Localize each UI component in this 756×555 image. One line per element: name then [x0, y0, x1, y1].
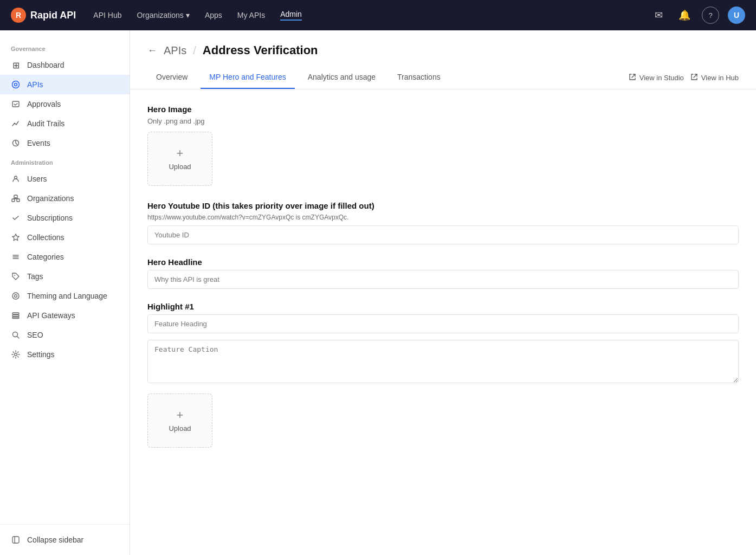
seo-icon: [11, 330, 21, 340]
hero-headline-label: Hero Headline: [147, 257, 739, 267]
page-layout: Governance ⊞ Dashboard APIs Approvals Au…: [0, 30, 756, 555]
sidebar-item-events[interactable]: Events: [0, 133, 130, 153]
youtube-id-input[interactable]: [147, 225, 739, 244]
sidebar-item-label: Tags: [27, 272, 43, 281]
hero-image-hint: Only .png and .jpg: [147, 117, 739, 125]
hero-youtube-hint: https://www.youtube.com/watch?v=cmZYGAvp…: [147, 214, 739, 221]
feature-heading-input[interactable]: [147, 314, 739, 333]
svg-point-11: [14, 275, 15, 276]
page-header: ← APIs / Address Verification: [130, 30, 756, 57]
svg-point-12: [12, 293, 19, 299]
breadcrumb-apis[interactable]: APIs: [164, 44, 186, 57]
sidebar-item-collections[interactable]: Collections: [0, 228, 130, 247]
svg-rect-14: [12, 313, 19, 314]
upload-plus-icon: +: [177, 147, 184, 159]
view-studio-label: View in Studio: [639, 74, 684, 82]
hero-headline-input[interactable]: [147, 270, 739, 289]
tags-icon: [11, 272, 21, 281]
svg-rect-5: [14, 195, 17, 198]
hero-youtube-label: Hero Youtube ID (this takes priority ove…: [147, 201, 739, 210]
sidebar-item-audit-trails[interactable]: Audit Trails: [0, 114, 130, 133]
sidebar-item-subscriptions[interactable]: Subscriptions: [0, 208, 130, 228]
nav-admin[interactable]: Admin: [280, 10, 302, 21]
svg-point-19: [15, 353, 17, 356]
collapse-icon: [11, 535, 21, 545]
chevron-down-icon: ▾: [186, 11, 190, 20]
nav-right-actions: ✉ 🔔 ? U: [650, 7, 745, 24]
nav-my-apis[interactable]: My APIs: [237, 11, 265, 20]
svg-point-13: [15, 295, 17, 298]
svg-line-18: [17, 337, 20, 339]
sidebar-item-label: Theming and Language: [27, 292, 107, 300]
sidebar-item-theming[interactable]: Theming and Language: [0, 286, 130, 306]
tab-overview[interactable]: Overview: [147, 66, 196, 89]
avatar[interactable]: U: [728, 7, 745, 24]
main-content: ← APIs / Address Verification Overview M…: [130, 30, 756, 555]
administration-section-label: Administration: [0, 153, 130, 169]
sidebar-item-settings[interactable]: Settings: [0, 345, 130, 364]
users-icon: [11, 174, 21, 184]
nav-api-hub[interactable]: API Hub: [93, 11, 121, 20]
governance-section-label: Governance: [0, 39, 130, 55]
feature-caption-input[interactable]: [147, 340, 739, 383]
sidebar-item-label: Users: [27, 175, 47, 183]
back-button[interactable]: ←: [147, 45, 157, 56]
api-gateways-icon: [11, 311, 21, 320]
theming-icon: [11, 291, 21, 301]
svg-line-23: [694, 74, 697, 78]
sidebar-item-users[interactable]: Users: [0, 169, 130, 189]
external-link-icon2: [690, 73, 698, 82]
sidebar-item-approvals[interactable]: Approvals: [0, 94, 130, 114]
upload-label: Upload: [169, 163, 191, 171]
view-hub-button[interactable]: View in Hub: [690, 73, 739, 82]
tab-transactions[interactable]: Transactions: [389, 66, 449, 89]
hero-headline-section: Hero Headline: [147, 257, 739, 289]
sidebar-item-apis[interactable]: APIs: [0, 75, 130, 94]
view-studio-button[interactable]: View in Studio: [629, 73, 684, 82]
page-title: Address Verification: [203, 43, 318, 57]
sidebar-item-label: Categories: [27, 253, 64, 261]
sidebar-item-label: Settings: [27, 350, 55, 359]
sidebar-item-dashboard[interactable]: ⊞ Dashboard: [0, 55, 130, 75]
hero-image-upload-button[interactable]: + Upload: [147, 132, 212, 186]
logo[interactable]: R Rapid API: [11, 8, 76, 23]
sidebar-item-api-gateways[interactable]: API Gateways: [0, 306, 130, 325]
view-hub-label: View in Hub: [701, 74, 739, 82]
svg-line-22: [632, 74, 635, 78]
tab-analytics[interactable]: Analytics and usage: [299, 66, 384, 89]
svg-point-4: [15, 176, 17, 179]
hero-image-label: Hero Image: [147, 105, 739, 114]
sidebar-item-label: API Gateways: [27, 311, 75, 320]
help-icon[interactable]: ?: [702, 7, 719, 24]
nav-apps[interactable]: Apps: [205, 11, 222, 20]
sidebar-item-label: Dashboard: [27, 61, 64, 69]
svg-rect-2: [12, 101, 19, 107]
subscriptions-icon: [11, 213, 21, 223]
sidebar-item-seo[interactable]: SEO: [0, 325, 130, 345]
top-navigation: R Rapid API API Hub Organizations ▾ Apps…: [0, 0, 756, 30]
highlight1-upload-label: Upload: [169, 424, 191, 433]
tab-mp-hero[interactable]: MP Hero and Features: [201, 66, 294, 89]
highlight1-upload-button[interactable]: + Upload: [147, 393, 212, 448]
highlight1-section: Highlight #1 + Upload: [147, 302, 739, 448]
external-link-icon: [629, 73, 636, 82]
sidebar-item-tags[interactable]: Tags: [0, 267, 130, 286]
collapse-sidebar-button[interactable]: Collapse sidebar: [0, 530, 130, 550]
sidebar-item-organizations[interactable]: Organizations: [0, 189, 130, 208]
categories-icon: [11, 252, 21, 262]
hero-image-section: Hero Image Only .png and .jpg + Upload: [147, 105, 739, 186]
sidebar-item-label: Subscriptions: [27, 214, 73, 222]
sidebar-item-label: Approvals: [27, 100, 61, 108]
highlight1-label: Highlight #1: [147, 302, 739, 311]
svg-rect-6: [12, 199, 15, 202]
svg-rect-16: [12, 317, 19, 319]
settings-icon: [11, 350, 21, 359]
sidebar-item-label: Events: [27, 139, 50, 147]
content-area: Hero Image Only .png and .jpg + Upload H…: [130, 89, 756, 478]
sidebar-item-categories[interactable]: Categories: [0, 247, 130, 267]
organizations-icon: [11, 193, 21, 203]
bell-icon[interactable]: 🔔: [676, 7, 693, 24]
nav-organizations[interactable]: Organizations ▾: [137, 11, 189, 20]
mail-icon[interactable]: ✉: [650, 7, 667, 24]
svg-rect-20: [12, 537, 19, 543]
